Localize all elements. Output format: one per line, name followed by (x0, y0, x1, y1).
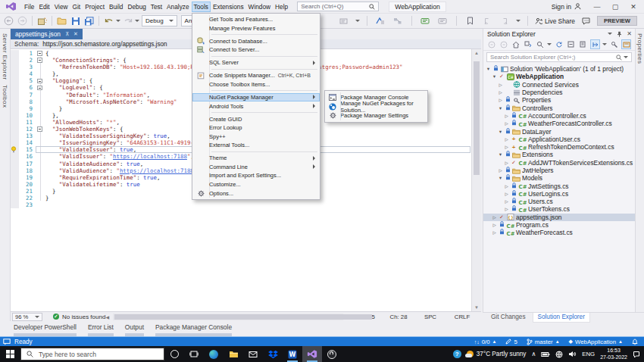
toolbar-overflow-caret[interactable] (355, 20, 360, 22)
weather-widget[interactable]: 37°C Partly sunny (467, 351, 527, 357)
expanded-arrow-icon[interactable]: ▼ (498, 130, 503, 134)
menu-item-code-snippets-manager[interactable]: Code Snippets Manager...Ctrl+K, Ctrl+B (192, 71, 320, 80)
menu-item-error-lookup[interactable]: Error Lookup (192, 123, 320, 133)
collapsed-arrow-icon[interactable]: ▷ (492, 223, 497, 227)
menubar-item-analyze[interactable]: Analyze (164, 2, 192, 12)
find-in-code-icon[interactable] (374, 14, 387, 27)
collapsed-arrow-icon[interactable]: ▷ (498, 98, 503, 102)
tree-item-solution-webapplication-1-of-1-project[interactable]: ▼Solution 'WebApplication' (1 of 1 proje… (483, 65, 635, 73)
menubar-item-extensions[interactable]: Extensions (211, 2, 246, 12)
uncomment-icon[interactable] (436, 14, 449, 27)
save-all-icon[interactable] (83, 14, 95, 27)
tree-item-appsettings-json[interactable]: ▷✓{}appsettings.json (483, 214, 635, 221)
back-icon[interactable] (486, 39, 496, 49)
collapsed-arrow-icon[interactable]: ▷ (498, 90, 503, 95)
vertical-scroll-thumb[interactable] (474, 61, 480, 175)
tree-item-applicationuser-cs[interactable]: ▷+C#ApplicationUser.cs (483, 136, 635, 143)
menubar-item-edit[interactable]: Edit (36, 2, 52, 12)
open-file-icon[interactable] (55, 14, 68, 27)
sync-commits-button[interactable]: ↑↓ 0/0 ▲ (474, 339, 497, 345)
quick-search-box[interactable]: Search (Ctrl+Q) (297, 2, 379, 11)
pin-icon[interactable] (617, 31, 622, 37)
expanded-arrow-icon[interactable]: ▼ (498, 152, 503, 157)
tree-item-jwtsettings-cs[interactable]: ▷C#JwtSettings.cs (483, 182, 635, 189)
menu-item-connect-to-database[interactable]: Connect to Database... (192, 37, 320, 46)
tree-item-usertokens-cs[interactable]: ▷C#UserTokens.cs (483, 205, 635, 213)
bookmark-overflow-caret[interactable] (516, 20, 521, 22)
expanded-arrow-icon[interactable]: ▼ (498, 176, 503, 180)
menubar-item-git[interactable]: Git (70, 2, 83, 12)
menu-item-customize[interactable]: Customize... (192, 180, 320, 189)
submenu-item-manage-nuget-packages-for-solution[interactable]: Manage NuGet Packages for Solution... (325, 101, 427, 111)
tree-item-connected-services[interactable]: ▷Connected Services (483, 81, 635, 89)
word-icon[interactable]: W (283, 346, 302, 362)
branch-button[interactable]: master ▲ (527, 339, 560, 345)
eol-indicator[interactable]: CRLF (446, 314, 478, 320)
horizontal-scroll-thumb[interactable] (114, 314, 372, 320)
collapsed-arrow-icon[interactable]: ▷ (498, 83, 503, 87)
feedback-icon[interactable] (580, 14, 592, 27)
menu-item-spy[interactable]: Spy++ (192, 132, 320, 141)
redo-icon[interactable] (121, 14, 134, 27)
notification-bell-icon[interactable] (632, 339, 638, 345)
indent-indicator[interactable]: SPC (414, 314, 446, 320)
tree-item-controllers[interactable]: ▼Controllers (483, 104, 635, 111)
save-icon[interactable] (69, 14, 82, 27)
window-position-caret[interactable] (608, 33, 612, 35)
menu-item-get-tools-and-features[interactable]: Get Tools and Features... (192, 15, 320, 24)
navigate-forward-icon[interactable] (16, 14, 29, 27)
obs-icon[interactable] (322, 346, 342, 362)
undo-icon[interactable] (102, 14, 115, 27)
home-icon[interactable] (511, 39, 521, 49)
bookmark-icon[interactable] (464, 14, 477, 27)
volume-icon[interactable] (568, 351, 577, 357)
schema-url[interactable]: https://json.schemastore.org/appsettings… (42, 41, 167, 48)
clock-widget[interactable]: 16:53 27-03-2022 (600, 348, 627, 360)
filter-caret[interactable] (547, 43, 552, 45)
vertical-scrollbar[interactable]: ▲ ▼ (471, 49, 481, 311)
close-panel-icon[interactable]: ✕ (627, 30, 632, 37)
tree-item-weatherforecast-cs[interactable]: ▷C#WeatherForecast.cs (483, 229, 635, 236)
scroll-up-icon[interactable]: ▲ (472, 51, 481, 55)
horizontal-scrollbar[interactable] (113, 314, 343, 320)
scroll-down-icon[interactable]: ▼ (472, 305, 481, 310)
start-button[interactable] (0, 346, 20, 362)
preview-badge[interactable]: PREVIEW (597, 16, 637, 26)
taskbar-search-box[interactable]: Type here to search (20, 348, 164, 360)
panel-tab-output[interactable]: Output (125, 323, 144, 336)
cortana-icon[interactable] (164, 346, 184, 362)
health-indicator[interactable]: ✓ No issues found (53, 314, 105, 320)
edge-icon[interactable] (204, 346, 224, 362)
file-explorer-icon[interactable] (224, 346, 243, 362)
redo-dropdown-caret[interactable] (135, 20, 139, 22)
refresh-icon[interactable] (554, 39, 564, 49)
solution-configuration-dropdown[interactable]: Debug (142, 15, 177, 27)
undo-dropdown-caret[interactable] (116, 20, 120, 22)
tool-tab-git-changes[interactable]: Git Changes (486, 313, 530, 323)
comment-out-icon[interactable] (419, 14, 432, 27)
close-tab-icon[interactable]: ✕ (73, 31, 78, 37)
menubar-item-test[interactable]: Test (148, 2, 164, 12)
toolbox-tab[interactable]: Toolbox (2, 85, 8, 108)
restore-button[interactable]: ▢ (606, 0, 624, 13)
collapsed-arrow-icon[interactable]: ▷ (504, 121, 509, 126)
preview-selected-items-icon[interactable] (621, 39, 631, 49)
tree-item-jwthelpers[interactable]: ▷JwtHelpers (483, 167, 635, 174)
code-line[interactable]: 23 (11, 201, 471, 208)
collapse-box-icon[interactable] (37, 126, 42, 132)
action-center-icon[interactable] (633, 351, 640, 358)
switch-views-icon[interactable] (523, 39, 533, 49)
sync-with-active-document-icon[interactable] (590, 39, 600, 49)
menu-item-connect-to-server[interactable]: Connect to Server... (192, 45, 320, 55)
mail-icon[interactable] (243, 346, 263, 362)
properties-tool-icon[interactable] (609, 39, 619, 49)
tree-item-addjwttokenservicesextensions-cs[interactable]: ▷✓C#AddJWTTokenServicesExtensions.cs (483, 159, 635, 167)
menubar-item-tools[interactable]: Tools (192, 2, 211, 12)
collapsed-arrow-icon[interactable]: ▷ (492, 230, 497, 235)
menubar-item-build[interactable]: Build (107, 2, 125, 12)
sync-caret[interactable] (602, 43, 607, 45)
network-icon[interactable] (555, 351, 563, 358)
expanded-arrow-icon[interactable]: ▼ (492, 74, 497, 79)
dropbox-icon[interactable] (263, 346, 283, 362)
pending-changes-filter-icon[interactable] (535, 39, 545, 49)
